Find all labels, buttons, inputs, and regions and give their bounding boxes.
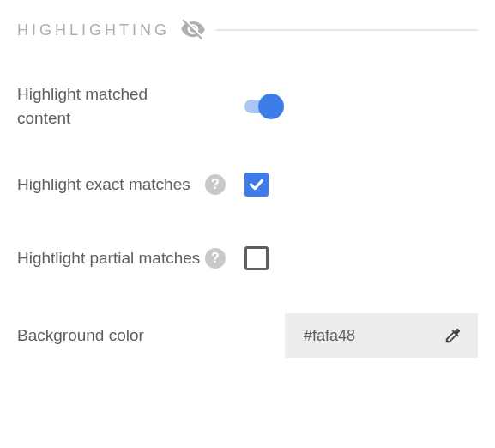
highlight-exact-matches-row: Highlight exact matches ? (17, 166, 478, 203)
highlight-matched-content-row: Highlight matched content (17, 82, 478, 130)
section-header: HIGHLIGHTING (17, 17, 478, 43)
help-icon[interactable]: ? (205, 174, 226, 195)
section-divider (216, 29, 478, 31)
highlight-exact-matches-checkbox[interactable] (244, 173, 269, 197)
highlighting-settings-panel: HIGHLIGHTING Highlight matched content H… (0, 0, 495, 358)
eyedropper-icon[interactable] (444, 326, 462, 345)
background-color-row: Background color #fafa48 (17, 313, 478, 358)
highlight-partial-matches-checkbox[interactable] (244, 246, 269, 270)
control-area (229, 173, 478, 197)
highlight-exact-matches-label: Highlight exact matches (17, 173, 202, 197)
background-color-field[interactable]: #fafa48 (285, 313, 478, 358)
control-area (229, 94, 478, 119)
highlight-matched-content-label: Highlight matched content (17, 82, 202, 130)
highlight-partial-matches-label: Hightlight partial matches (17, 246, 202, 270)
background-color-value: #fafa48 (304, 327, 435, 345)
section-title: HIGHLIGHTING (17, 21, 170, 39)
check-icon (247, 175, 266, 194)
highlight-matched-content-toggle[interactable] (244, 94, 282, 119)
highlight-partial-matches-row: Hightlight partial matches ? (17, 239, 478, 277)
background-color-label: Background color (17, 324, 202, 348)
control-area: #fafa48 (229, 313, 478, 358)
help-icon[interactable]: ? (205, 248, 226, 269)
control-area (229, 246, 478, 270)
visibility-off-icon[interactable] (180, 17, 206, 43)
